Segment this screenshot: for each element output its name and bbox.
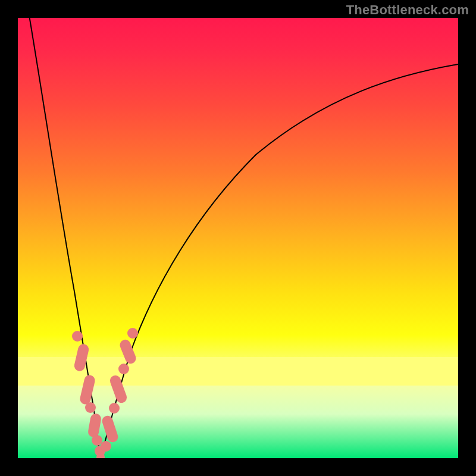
marker-pill [79,374,96,406]
plot-area [18,18,458,458]
curve-layer [18,18,458,458]
marker-dot [109,403,120,414]
marker-dot [127,328,138,339]
marker-dot [72,331,83,342]
marker-pill [87,413,102,439]
marker-pill [101,414,119,443]
chart-container: TheBottleneck.com [0,0,476,476]
marker-dot [85,402,96,413]
marker-dot [118,364,129,374]
marker-group [72,328,138,458]
watermark-text: TheBottleneck.com [346,2,469,18]
marker-dot [92,435,102,446]
marker-dot [101,441,111,452]
right-curve [101,64,458,458]
marker-pill [108,374,128,404]
